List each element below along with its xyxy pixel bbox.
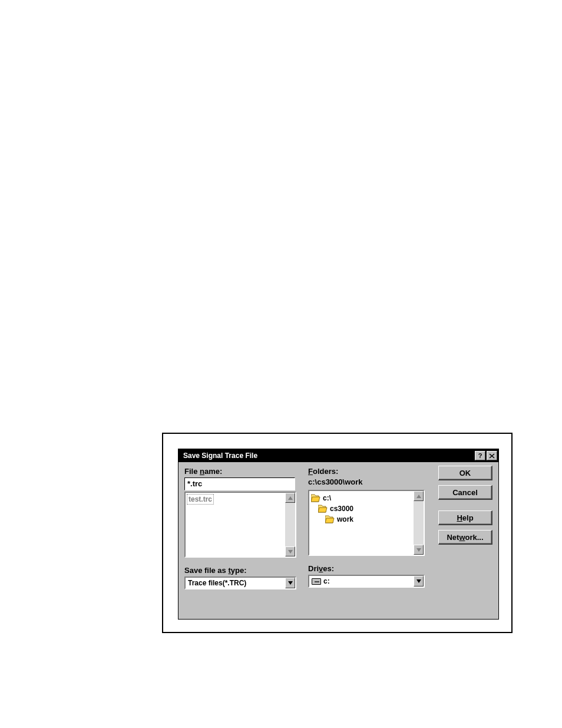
filetype-combo-button[interactable] <box>285 578 295 588</box>
scroll-up-button[interactable] <box>285 493 295 503</box>
chevron-up-icon <box>288 496 293 500</box>
file-list[interactable]: test.trc <box>184 492 296 558</box>
filetype-label: Save file as type: <box>184 566 296 575</box>
tree-item[interactable]: cs3000 <box>311 503 412 514</box>
save-file-dialog: Save Signal Trace File ? File name: <box>178 449 499 620</box>
chevron-down-icon <box>416 548 421 552</box>
tree-item[interactable]: c:\ <box>311 493 412 503</box>
dialog-title: Save Signal Trace File <box>178 452 474 460</box>
drives-label: Drives: <box>308 564 426 573</box>
network-button[interactable]: Network... <box>438 530 492 545</box>
svg-marker-7 <box>416 579 421 583</box>
folder-tree-scrollbar[interactable] <box>414 491 424 555</box>
chevron-down-icon <box>288 581 293 585</box>
svg-marker-3 <box>288 550 293 554</box>
drives-combo[interactable]: c: <box>308 575 425 588</box>
scroll-up-button[interactable] <box>414 491 424 501</box>
current-path: c:\cs3000\work <box>308 477 426 486</box>
filename-input[interactable]: *.trc <box>184 477 295 490</box>
close-button[interactable] <box>487 451 497 460</box>
folder-open-icon <box>311 494 321 502</box>
folder-tree[interactable]: c:\ cs3000 <box>308 490 425 556</box>
filename-label: File name: <box>184 467 296 476</box>
svg-marker-4 <box>288 581 293 585</box>
file-list-scrollbar[interactable] <box>285 493 295 556</box>
folder-open-icon <box>318 505 328 513</box>
drive-icon <box>312 578 321 585</box>
scroll-down-button[interactable] <box>285 546 295 556</box>
svg-marker-2 <box>288 496 293 500</box>
scroll-down-button[interactable] <box>414 545 424 555</box>
cancel-button[interactable]: Cancel <box>438 485 492 500</box>
titlebar[interactable]: Save Signal Trace File ? <box>178 449 498 462</box>
help-button[interactable]: Help <box>438 510 492 525</box>
filetype-combo[interactable]: Trace files(*.TRC) <box>184 577 296 589</box>
folder-open-icon <box>325 515 335 523</box>
close-icon <box>489 453 495 459</box>
dialog-outer-frame: Save Signal Trace File ? File name: <box>162 433 513 633</box>
svg-marker-5 <box>416 495 421 498</box>
file-list-item[interactable]: test.trc <box>187 494 214 505</box>
ok-button[interactable]: OK <box>438 466 492 480</box>
help-titlebar-button[interactable]: ? <box>475 451 485 460</box>
chevron-down-icon <box>288 550 293 554</box>
tree-item[interactable]: work <box>311 514 412 525</box>
chevron-up-icon <box>416 495 421 498</box>
svg-marker-6 <box>416 548 421 552</box>
drives-combo-button[interactable] <box>414 576 424 587</box>
chevron-down-icon <box>416 579 421 583</box>
folders-label: Folders: <box>308 467 426 476</box>
